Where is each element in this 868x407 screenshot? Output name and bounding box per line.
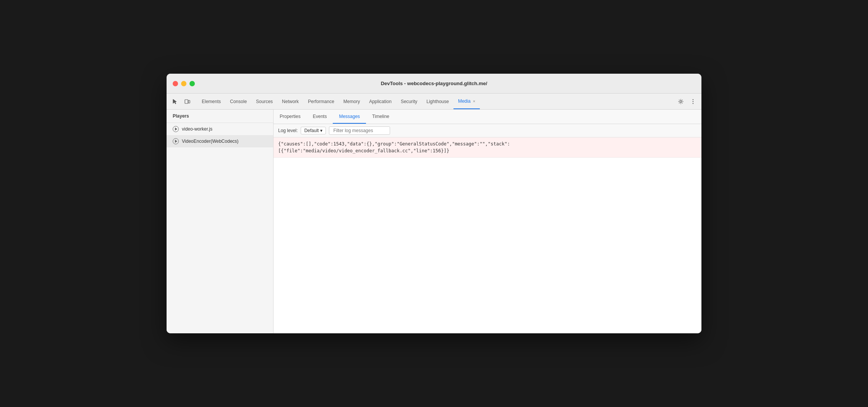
devtools-window: DevTools - webcodecs-playground.glitch.m… [167, 74, 701, 333]
log-area: {"causes":[],"code":1543,"data":{},"grou… [274, 137, 701, 333]
panel-tab-messages[interactable]: Messages [333, 110, 366, 124]
player-label-video-worker: video-worker.js [182, 126, 212, 132]
svg-point-3 [693, 99, 693, 100]
log-entry: {"causes":[],"code":1543,"data":{},"grou… [274, 137, 701, 158]
panel: Properties Events Messages Timeline Log … [274, 110, 701, 333]
more-icon[interactable] [688, 96, 698, 107]
player-item-video-encoder[interactable]: VideoEncoder(WebCodecs) [167, 135, 273, 147]
tab-performance[interactable]: Performance [303, 94, 339, 109]
svg-point-2 [680, 100, 682, 102]
nav-tabs: Elements Console Sources Network Perform… [197, 94, 675, 109]
device-toggle-icon[interactable] [182, 96, 193, 107]
tab-network[interactable]: Network [277, 94, 303, 109]
tab-sources[interactable]: Sources [251, 94, 277, 109]
log-controls: Log level: Default ▾ [274, 124, 701, 137]
svg-point-4 [693, 101, 693, 102]
tab-memory[interactable]: Memory [339, 94, 364, 109]
tab-media[interactable]: Media × [453, 94, 480, 109]
player-item-video-worker[interactable]: video-worker.js [167, 123, 273, 135]
sidebar-header: Players [167, 110, 273, 123]
play-icon-video-worker [173, 126, 179, 132]
player-label-video-encoder: VideoEncoder(WebCodecs) [182, 139, 238, 144]
sidebar: Players video-worker.js VideoEncoder(Web… [167, 110, 274, 333]
toolbar-right [675, 96, 698, 107]
traffic-lights [173, 81, 195, 86]
toolbar-icons [170, 96, 193, 107]
panel-tabs: Properties Events Messages Timeline [274, 110, 701, 124]
tab-lighthouse[interactable]: Lighthouse [422, 94, 453, 109]
tab-console[interactable]: Console [225, 94, 251, 109]
tab-security[interactable]: Security [396, 94, 422, 109]
panel-tab-events[interactable]: Events [307, 110, 333, 124]
close-tab-media[interactable]: × [473, 99, 475, 103]
filter-input[interactable] [329, 126, 390, 135]
log-entry-text: {"causes":[],"code":1543,"data":{},"grou… [278, 141, 510, 153]
main-content: Players video-worker.js VideoEncoder(Web… [167, 110, 701, 333]
svg-rect-1 [188, 100, 190, 103]
play-icon-video-encoder [173, 138, 179, 144]
tab-elements[interactable]: Elements [197, 94, 225, 109]
maximize-button[interactable] [189, 81, 195, 86]
tab-application[interactable]: Application [364, 94, 396, 109]
minimize-button[interactable] [181, 81, 186, 86]
settings-icon[interactable] [675, 96, 686, 107]
log-level-select[interactable]: Default ▾ [301, 127, 326, 134]
panel-tab-timeline[interactable]: Timeline [366, 110, 395, 124]
toolbar: Elements Console Sources Network Perform… [167, 94, 701, 110]
window-title: DevTools - webcodecs-playground.glitch.m… [381, 81, 487, 86]
panel-tab-properties[interactable]: Properties [274, 110, 307, 124]
log-level-label: Log level: [278, 128, 298, 133]
svg-point-5 [693, 103, 693, 103]
close-button[interactable] [173, 81, 178, 86]
cursor-icon[interactable] [170, 96, 180, 107]
svg-rect-0 [185, 100, 188, 103]
title-bar: DevTools - webcodecs-playground.glitch.m… [167, 74, 701, 94]
